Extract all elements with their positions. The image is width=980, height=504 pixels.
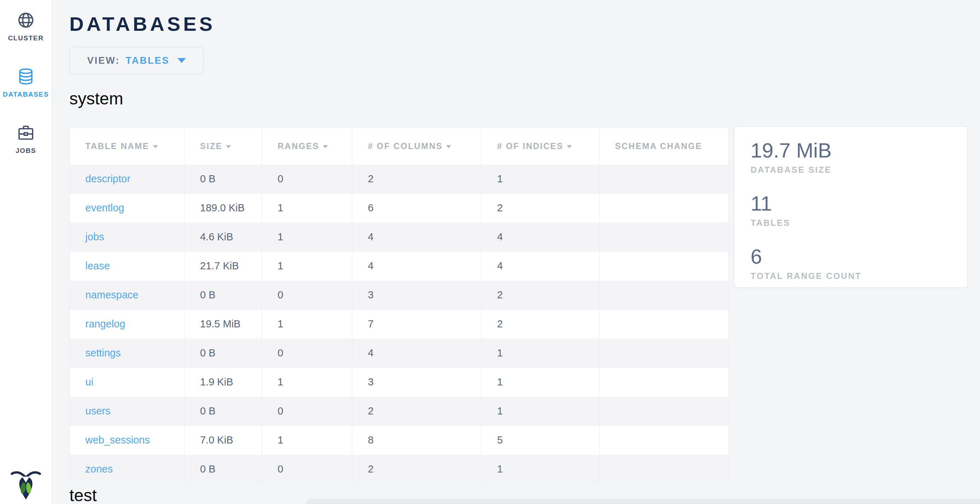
size-cell: 0 B <box>185 281 262 310</box>
sidebar-item-jobs[interactable]: JOBS <box>0 123 52 155</box>
size-cell: 4.6 KiB <box>185 223 262 252</box>
indices-cell: 1 <box>482 165 600 194</box>
indices-cell: 1 <box>482 455 600 484</box>
columns-cell: 4 <box>352 339 482 368</box>
table-row: web_sessions 7.0 KiB 1 8 5 <box>70 426 729 455</box>
table-name-link[interactable]: ui <box>70 368 185 397</box>
size-cell: 1.9 KiB <box>185 368 262 397</box>
indices-cell: 5 <box>482 426 600 455</box>
sidebar-item-label: JOBS <box>16 147 36 155</box>
table-name-link[interactable]: settings <box>70 339 185 368</box>
schema-change-cell <box>600 165 729 194</box>
table-row: namespace 0 B 0 3 2 <box>70 281 729 310</box>
view-dropdown-label: VIEW: <box>87 55 120 66</box>
cockroachdb-logo <box>10 468 42 501</box>
column-header-indices[interactable]: # OF INDICES <box>482 128 600 165</box>
main-content: DATABASES VIEW: TABLES system TABLE NAME… <box>52 0 980 504</box>
sidebar-item-cluster[interactable]: CLUSTER <box>0 11 52 42</box>
system-section: TABLE NAME SIZE RANGES # OF COLUMNS # OF… <box>69 127 980 484</box>
table-row: jobs 4.6 KiB 1 4 4 <box>70 223 729 252</box>
sidebar-item-label: CLUSTER <box>8 34 44 42</box>
sidebar-item-databases[interactable]: DATABASES <box>0 67 52 99</box>
ranges-cell: 1 <box>262 194 352 223</box>
view-dropdown[interactable]: VIEW: TABLES <box>69 47 204 74</box>
ranges-cell: 0 <box>262 281 352 310</box>
indices-cell: 2 <box>482 281 600 310</box>
page-title: DATABASES <box>69 14 980 34</box>
size-cell: 0 B <box>185 165 262 194</box>
schema-change-cell <box>600 426 729 455</box>
stat-label: DATABASE SIZE <box>751 165 951 175</box>
table-name-link[interactable]: web_sessions <box>70 426 185 455</box>
columns-cell: 8 <box>352 426 482 455</box>
table-name-link[interactable]: lease <box>70 252 185 281</box>
table-row: users 0 B 0 2 1 <box>70 397 729 426</box>
ranges-cell: 1 <box>262 310 352 339</box>
table-name-link[interactable]: users <box>70 397 185 426</box>
stat-tables: 11 TABLES <box>751 192 951 228</box>
ranges-cell: 1 <box>262 223 352 252</box>
size-cell: 21.7 KiB <box>185 252 262 281</box>
indices-cell: 4 <box>482 252 600 281</box>
column-header-size[interactable]: SIZE <box>185 128 262 165</box>
table-name-link[interactable]: namespace <box>70 281 185 310</box>
table-name-link[interactable]: descriptor <box>70 165 185 194</box>
sort-caret-icon <box>153 145 158 148</box>
column-header-columns[interactable]: # OF COLUMNS <box>352 128 482 165</box>
system-table: TABLE NAME SIZE RANGES # OF COLUMNS # OF… <box>69 127 729 484</box>
bottom-scroll-shadow <box>306 499 980 504</box>
table-name-link[interactable]: zones <box>70 455 185 484</box>
globe-icon <box>16 11 35 30</box>
ranges-cell: 0 <box>262 339 352 368</box>
size-cell: 0 B <box>185 339 262 368</box>
columns-cell: 7 <box>352 310 482 339</box>
columns-cell: 3 <box>352 368 482 397</box>
table-header-row: TABLE NAME SIZE RANGES # OF COLUMNS # OF… <box>70 128 729 165</box>
database-stats-card: 19.7 MiB DATABASE SIZE 11 TABLES 6 TOTAL… <box>734 126 967 288</box>
table-row: eventlog 189.0 KiB 1 6 2 <box>70 194 729 223</box>
schema-change-cell <box>600 368 729 397</box>
stat-value: 11 <box>751 192 951 215</box>
table-name-link[interactable]: rangelog <box>70 310 185 339</box>
columns-cell: 6 <box>352 194 482 223</box>
ranges-cell: 1 <box>262 426 352 455</box>
table-row: zones 0 B 0 2 1 <box>70 455 729 484</box>
table-name-link[interactable]: jobs <box>70 223 185 252</box>
schema-change-cell <box>600 339 729 368</box>
schema-change-cell <box>600 310 729 339</box>
ranges-cell: 0 <box>262 397 352 426</box>
columns-cell: 4 <box>352 252 482 281</box>
columns-cell: 2 <box>352 455 482 484</box>
section-heading-system: system <box>69 89 980 108</box>
database-icon <box>16 67 35 86</box>
sort-caret-icon <box>567 145 572 148</box>
stat-range-count: 6 TOTAL RANGE COUNT <box>751 245 951 281</box>
briefcase-icon <box>16 123 35 142</box>
size-cell: 0 B <box>185 397 262 426</box>
size-cell: 189.0 KiB <box>185 194 262 223</box>
size-cell: 19.5 MiB <box>185 310 262 339</box>
stat-value: 19.7 MiB <box>751 139 951 162</box>
table-row: lease 21.7 KiB 1 4 4 <box>70 252 729 281</box>
size-cell: 7.0 KiB <box>185 426 262 455</box>
schema-change-cell <box>600 223 729 252</box>
indices-cell: 4 <box>482 223 600 252</box>
system-table-body: descriptor 0 B 0 2 1 eventlog 189.0 KiB … <box>70 165 729 484</box>
table-row: descriptor 0 B 0 2 1 <box>70 165 729 194</box>
schema-change-cell <box>600 194 729 223</box>
columns-cell: 3 <box>352 281 482 310</box>
view-dropdown-value: TABLES <box>126 55 170 66</box>
ranges-cell: 0 <box>262 165 352 194</box>
stat-label: TABLES <box>751 218 951 228</box>
ranges-cell: 1 <box>262 368 352 397</box>
column-header-ranges[interactable]: RANGES <box>262 128 352 165</box>
stat-database-size: 19.7 MiB DATABASE SIZE <box>751 139 951 175</box>
columns-cell: 2 <box>352 397 482 426</box>
table-name-link[interactable]: eventlog <box>70 194 185 223</box>
sidebar-item-label: DATABASES <box>3 91 49 99</box>
sort-caret-icon <box>226 145 231 148</box>
column-header-table-name[interactable]: TABLE NAME <box>70 128 185 165</box>
indices-cell: 2 <box>482 194 600 223</box>
stat-label: TOTAL RANGE COUNT <box>751 271 951 281</box>
stat-value: 6 <box>751 245 951 268</box>
